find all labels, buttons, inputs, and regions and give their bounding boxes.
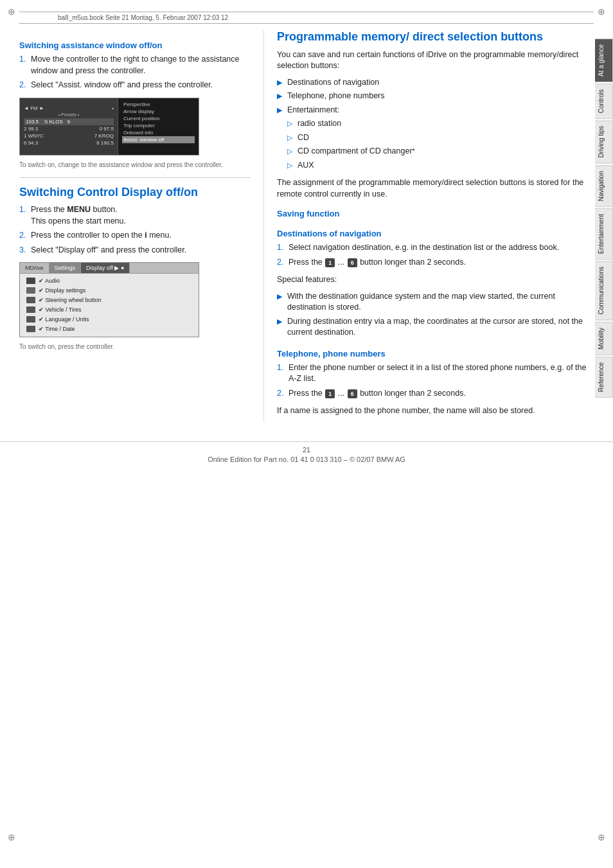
bullet-text-0: Destinations of navigation — [287, 77, 379, 89]
ctrl-num-3: 3. — [19, 245, 31, 256]
settings-row-display: ✔ Display settings — [24, 286, 195, 295]
assistance-step-2: 2. Select "Assist. window off" and press… — [19, 80, 251, 91]
bullet-arrow-2: ▶ — [277, 105, 287, 115]
section-heading-control-display: Switching Control Display off/on — [19, 186, 251, 200]
bullet-text-2: Entertainment: — [287, 105, 339, 116]
settings-tab-settings: Settings — [49, 263, 82, 273]
assistance-step-1: 1. Move the controller to the right to c… — [19, 54, 251, 76]
side-tab-entertainment[interactable]: Entertainment — [595, 208, 613, 260]
control-after-caption: To switch on, press the controller. — [19, 342, 251, 351]
tel-step-2: 2. Press the 1 ... 6 button longer than … — [277, 388, 594, 400]
dest-step-1: 1. Select navigation destination, e.g. i… — [277, 242, 594, 254]
assignment-text: The assignment of the programmable memor… — [277, 177, 594, 200]
main-heading-programmable: Programmable memory/ direct selection bu… — [277, 30, 594, 44]
settings-tab-mdrive: MDrive — [20, 263, 49, 273]
side-tab-communications[interactable]: Communications — [595, 261, 613, 320]
bullet-entertainment: ▶ Entertainment: — [277, 105, 594, 116]
sf-bullet-2: ▶ During destination entry via a map, th… — [277, 316, 594, 339]
section-assistance-window: Switching assistance window off/on 1. Mo… — [19, 40, 251, 170]
sf-bullet-1: ▶ With the destination guidance system a… — [277, 291, 594, 314]
step-num-2: 2. — [19, 80, 31, 91]
side-tab-reference[interactable]: Reference — [595, 357, 613, 398]
section-control-display: Switching Control Display off/on 1. Pres… — [19, 186, 251, 352]
side-tab-mobility[interactable]: Mobility — [595, 322, 613, 355]
left-column: Switching assistance window off/on 1. Mo… — [19, 30, 263, 422]
bullet-destinations: ▶ Destinations of navigation — [277, 77, 594, 89]
settings-row-audio: ✔ Audio — [24, 276, 195, 285]
bullet-arrow-0: ▶ — [277, 78, 287, 87]
bullet-arrow-3: ▷ — [287, 119, 298, 128]
bullet-telephone: ▶ Telephone, phone numbers — [277, 91, 594, 102]
settings-row-language: ✔ Language / Units — [24, 315, 195, 324]
control-step-1: 1. Press the MENU button.This opens the … — [19, 204, 251, 227]
bullet-arrow-6: ▷ — [287, 161, 298, 170]
ctrl-text-1: Press the MENU button.This opens the sta… — [31, 204, 251, 227]
bullet-aux: ▷ AUX — [277, 160, 594, 172]
step-text-2: Select "Assist. window off" and press th… — [31, 80, 251, 91]
divider-1 — [19, 177, 251, 178]
control-display-steps: 1. Press the MENU button.This opens the … — [19, 204, 251, 256]
special-features-label: Special features: — [277, 274, 594, 286]
ctrl-num-2: 2. — [19, 230, 31, 242]
programmable-intro: You can save and run certain functions o… — [277, 49, 594, 72]
file-info-bar: ba8_m5us.book Seite 21 Montag, 5. Februa… — [19, 12, 594, 24]
bullet-arrow-4: ▷ — [287, 133, 298, 143]
control-step-3: 3. Select "Display off" and press the co… — [19, 245, 251, 256]
dest-nav-subsection: Destinations of navigation 1. Select nav… — [277, 229, 594, 339]
sf-bullet-text-1: With the destination guidance system and… — [287, 291, 594, 314]
ctrl-text-2: Press the controller to open the i menu. — [31, 230, 251, 242]
bullet-arrow-1: ▶ — [277, 91, 287, 101]
settings-row-vehicle: ✔ Vehicle / Tires — [24, 305, 195, 314]
corner-mark-tr: ⊕ — [596, 6, 607, 17]
dest-nav-heading: Destinations of navigation — [277, 229, 594, 238]
page-content: Switching assistance window off/on 1. Mo… — [19, 30, 594, 422]
ctrl-num-1: 1. — [19, 204, 31, 227]
sf-bullet-text-2: During destination entry via a map, the … — [287, 316, 594, 339]
saving-function-section: Saving function Destinations of navigati… — [277, 209, 594, 417]
bullet-text-1: Telephone, phone numbers — [287, 91, 385, 102]
footer-text: Online Edition for Part no. 01 41 0 013 … — [208, 456, 405, 463]
settings-row-steering: ✔ Steering wheel button — [24, 296, 195, 305]
side-tab-driving-tips[interactable]: Driving tips — [595, 120, 613, 163]
side-tab-controls[interactable]: Controls — [595, 84, 613, 119]
bullet-text-5: CD compartment of CD changer* — [298, 146, 415, 157]
screenshot-assistance: ◄ FM ►• • Presets • 103.5 S KLOS 9 2 99.… — [19, 98, 199, 155]
side-tab-navigation[interactable]: Navigation — [595, 165, 613, 207]
bullet-text-6: AUX — [298, 160, 314, 172]
bullet-text-3: radio station — [298, 118, 341, 130]
dest-step-text-2: Press the 1 ... 6 button longer than 2 s… — [289, 257, 594, 269]
saving-function-heading: Saving function — [277, 209, 594, 218]
telephone-subsection: Telephone, phone numbers 1. Enter the ph… — [277, 349, 594, 417]
tel-step-text-1: Enter the phone number or select it in a… — [289, 362, 594, 385]
side-tabs: At a glance Controls Driving tips Naviga… — [595, 39, 613, 399]
settings-tab-display-off: Display off ▶ ● — [81, 263, 130, 273]
page-footer: 21 Online Edition for Part no. 01 41 0 0… — [0, 441, 613, 476]
bullet-arrow-5: ▷ — [287, 146, 298, 156]
settings-row-time: ✔ Time / Date — [24, 324, 195, 333]
assistance-after-caption: To switch on, change to the assistance w… — [19, 161, 251, 170]
step-num-1: 1. — [19, 54, 31, 76]
section-heading-assistance: Switching assistance window off/on — [19, 40, 251, 50]
corner-mark-br: ⊕ — [596, 832, 607, 842]
file-info-text: ba8_m5us.book Seite 21 Montag, 5. Februa… — [58, 14, 228, 21]
right-column: Programmable memory/ direct selection bu… — [263, 30, 594, 422]
step-text-1: Move the controller to the right to chan… — [31, 54, 251, 76]
telephone-steps: 1. Enter the phone number or select it i… — [277, 362, 594, 400]
bullet-cd: ▷ CD — [277, 132, 594, 144]
bullet-text-4: CD — [298, 132, 309, 144]
dest-nav-steps: 1. Select navigation destination, e.g. i… — [277, 242, 594, 268]
control-step-2: 2. Press the controller to open the i me… — [19, 230, 251, 242]
bullet-radio: ▷ radio station — [277, 118, 594, 130]
ctrl-text-3: Select "Display off" and press the contr… — [31, 245, 251, 256]
telephone-after-text: If a name is assigned to the phone numbe… — [277, 405, 594, 417]
telephone-heading: Telephone, phone numbers — [277, 349, 594, 359]
assistance-steps: 1. Move the controller to the right to c… — [19, 54, 251, 91]
bullet-cd-changer: ▷ CD compartment of CD changer* — [277, 146, 594, 157]
page-number: 21 — [0, 446, 613, 454]
side-tab-at-a-glance[interactable]: At a glance — [595, 39, 613, 82]
screenshot-settings: MDrive Settings Display off ▶ ● ✔ Audio … — [19, 262, 199, 337]
corner-mark-bl: ⊕ — [6, 832, 17, 842]
dest-step-text-1: Select navigation destination, e.g. in t… — [289, 242, 594, 254]
special-features-bullets: ▶ With the destination guidance system a… — [277, 291, 594, 339]
programmable-bullets: ▶ Destinations of navigation ▶ Telephone… — [277, 77, 594, 172]
